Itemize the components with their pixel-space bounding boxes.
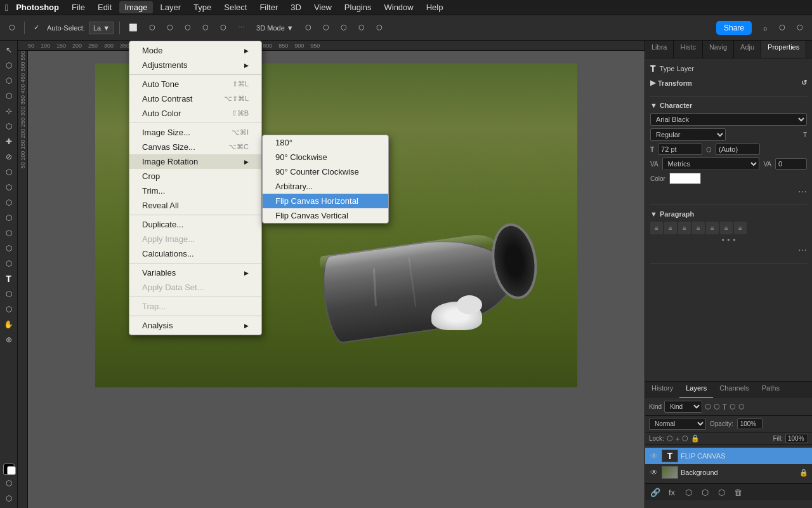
- magic-wand-tool[interactable]: ⬡: [2, 89, 16, 103]
- canvas-content[interactable]: [28, 51, 645, 508]
- transform-btn[interactable]: ⬜: [125, 22, 141, 34]
- path-selection[interactable]: ⬡: [2, 287, 16, 301]
- tab-history[interactable]: History: [645, 382, 679, 398]
- justify-center-btn[interactable]: ≡: [706, 222, 719, 234]
- extra-btn3[interactable]: ⬡: [337, 22, 351, 34]
- menu-image-size[interactable]: Image Size... ⌥⌘I: [129, 125, 261, 140]
- lock-all-icon[interactable]: 🔒: [691, 434, 700, 443]
- rotation-arbitrary[interactable]: Arbitrary...: [263, 179, 388, 194]
- menu-image-rotation[interactable]: Image Rotation ▶: [129, 154, 261, 169]
- menu-reveal-all[interactable]: Reveal All: [129, 198, 261, 213]
- distribute2-btn[interactable]: ⬡: [216, 22, 230, 34]
- color-swatch[interactable]: [669, 173, 701, 184]
- menu-mode[interactable]: Mode ▶: [129, 43, 261, 58]
- zoom-tool[interactable]: ⊕: [2, 333, 16, 347]
- tab-properties[interactable]: Properties: [761, 41, 806, 58]
- extra-btn4[interactable]: ⬡: [355, 22, 369, 34]
- tab-channels[interactable]: Channels: [713, 382, 755, 398]
- share-button[interactable]: Share: [716, 21, 752, 35]
- extra-btn2[interactable]: ⬡: [319, 22, 333, 34]
- pen-tool[interactable]: ⬡: [2, 257, 16, 271]
- 3d-mode-btn[interactable]: 3D Mode ▼: [252, 22, 298, 34]
- tab-adju[interactable]: Adju: [734, 41, 761, 58]
- fill-input[interactable]: [785, 434, 808, 443]
- auto-select-btn[interactable]: ✓: [30, 22, 43, 34]
- link-layers-btn[interactable]: 🔗: [649, 486, 662, 498]
- character-header[interactable]: ▼ Character: [650, 102, 807, 109]
- paragraph-header[interactable]: ▼ Paragraph: [650, 210, 807, 218]
- align-right-btn[interactable]: ≡: [678, 222, 691, 234]
- stamp-tool[interactable]: ⬡: [2, 165, 16, 179]
- menu-edit[interactable]: Edit: [93, 1, 117, 13]
- transform-reset-icon[interactable]: ↺: [801, 79, 807, 87]
- transform-header[interactable]: ▶ Transform ↺: [650, 79, 807, 87]
- tab-libra[interactable]: Libra: [645, 41, 674, 58]
- menu-view[interactable]: View: [309, 1, 337, 13]
- menu-image[interactable]: Image: [119, 1, 152, 13]
- flip-canvas-horizontal[interactable]: Flip Canvas Horizontal: [263, 194, 388, 208]
- quick-mask[interactable]: ⬡: [2, 476, 16, 490]
- rotation-90ccw[interactable]: 90° Counter Clockwise: [263, 164, 388, 179]
- menu-select[interactable]: Select: [219, 1, 252, 13]
- menu-filter[interactable]: Filter: [254, 1, 283, 13]
- background-color[interactable]: [7, 466, 16, 475]
- font-style-select[interactable]: Regular: [650, 128, 726, 141]
- delete-layer-btn[interactable]: 🗑: [731, 486, 744, 498]
- rotation-180[interactable]: 180°: [263, 135, 388, 150]
- lasso-tool[interactable]: ⬡: [2, 74, 16, 88]
- blend-mode-select[interactable]: Normal: [649, 418, 706, 430]
- tracking-input[interactable]: [775, 158, 807, 170]
- dodge-tool[interactable]: ⬡: [2, 241, 16, 255]
- align-left-btn[interactable]: ⬡: [145, 22, 159, 34]
- distribute-btn[interactable]: ⬡: [199, 22, 213, 34]
- align-center-btn[interactable]: ≡: [664, 222, 677, 234]
- font-size-input[interactable]: [658, 144, 702, 155]
- font-family-select[interactable]: Arial Black: [650, 113, 807, 126]
- crop-tool[interactable]: ⊹: [2, 104, 16, 118]
- menu-file[interactable]: File: [67, 1, 90, 13]
- layer-background[interactable]: 👁 Background 🔒: [645, 464, 812, 481]
- menu-auto-contrast[interactable]: Auto Contrast ⌥⇧⌘L: [129, 91, 261, 106]
- more-options-btn[interactable]: ⋯: [234, 22, 249, 34]
- menu-type[interactable]: Type: [188, 1, 216, 13]
- tab-layers[interactable]: Layers: [679, 382, 713, 398]
- menu-help[interactable]: Help: [421, 1, 449, 13]
- add-mask-btn[interactable]: ⬡: [682, 486, 695, 498]
- fullscreen-btn[interactable]: ⬡: [793, 22, 807, 34]
- layer-eye-1[interactable]: 👁: [649, 451, 659, 461]
- menu-calculations[interactable]: Calculations...: [129, 246, 261, 261]
- tab-navig[interactable]: Navig: [703, 41, 734, 58]
- layer-flip-canvas[interactable]: 👁 T FLIP CANVAS: [645, 448, 812, 464]
- workspace-btn[interactable]: ⬡: [775, 22, 789, 34]
- eyedropper-tool[interactable]: ⬡: [2, 119, 16, 133]
- tab-histc[interactable]: Histc: [674, 41, 702, 58]
- flip-canvas-vertical[interactable]: Flip Canvas Vertical: [263, 208, 388, 223]
- justify-left-btn[interactable]: ≡: [692, 222, 705, 234]
- lock-position-icon[interactable]: +: [676, 435, 679, 443]
- opacity-input[interactable]: [737, 418, 763, 429]
- menu-auto-color[interactable]: Auto Color ⇧⌘B: [129, 106, 261, 121]
- heal-tool[interactable]: ✚: [2, 135, 16, 149]
- layer-select-btn[interactable]: La ▼: [89, 22, 114, 34]
- align-right-btn[interactable]: ⬡: [181, 22, 195, 34]
- menu-canvas-size[interactable]: Canvas Size... ⌥⌘C: [129, 140, 261, 154]
- text-tool[interactable]: T: [2, 272, 16, 286]
- selection-tool[interactable]: ↖: [2, 43, 16, 57]
- lock-pixels-icon[interactable]: ⬡: [667, 434, 673, 443]
- brush-tool[interactable]: ⊘: [2, 150, 16, 164]
- gradient-tool[interactable]: ⬡: [2, 211, 16, 225]
- new-group-btn[interactable]: ⬡: [698, 486, 711, 498]
- paragraph-more-btn[interactable]: ⋯: [798, 245, 807, 255]
- move-tool-btn[interactable]: ⬡: [5, 22, 19, 34]
- kerning-select[interactable]: Metrics: [662, 157, 760, 170]
- menu-auto-tone[interactable]: Auto Tone ⇧⌘L: [129, 77, 261, 91]
- menu-window[interactable]: Window: [379, 1, 418, 13]
- search-btn[interactable]: ⌕: [759, 22, 771, 34]
- menu-3d[interactable]: 3D: [285, 1, 306, 13]
- screen-mode[interactable]: ⬡: [2, 491, 16, 505]
- tab-paths[interactable]: Paths: [756, 382, 786, 398]
- menu-trim[interactable]: Trim...: [129, 184, 261, 198]
- kind-select[interactable]: Kind: [664, 401, 702, 413]
- eraser-tool[interactable]: ⬡: [2, 196, 16, 210]
- justify-all-btn[interactable]: ≡: [734, 222, 747, 234]
